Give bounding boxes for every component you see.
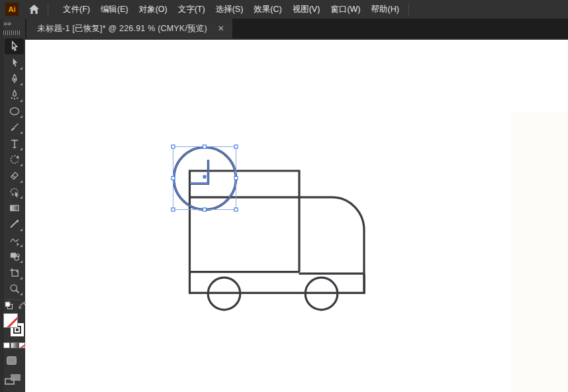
menu-edit[interactable]: 编辑(E) [95, 0, 134, 19]
selection-handle[interactable] [171, 208, 175, 211]
selection-center-anchor[interactable] [203, 175, 207, 179]
document-tab[interactable]: 未标题-1 [已恢复]* @ 226.91 % (CMYK/预览) ✕ [26, 19, 232, 38]
truck-drawing[interactable] [189, 171, 364, 310]
menu-view[interactable]: 视图(V) [287, 0, 326, 19]
selection-handle[interactable] [171, 145, 175, 148]
illustrator-window: Ai 文件(F) 编辑(E) 对象(O) 文字(T) 选择(S) 效果(C) 视… [0, 0, 568, 392]
menu-bar: Ai 文件(F) 编辑(E) 对象(O) 文字(T) 选择(S) 效果(C) 视… [0, 0, 568, 19]
menu-object[interactable]: 对象(O) [134, 0, 173, 19]
selection-handle[interactable] [234, 177, 238, 180]
home-icon[interactable] [24, 2, 44, 17]
tools-panel: » » [0, 19, 25, 392]
drawing-mode-icon[interactable] [7, 356, 17, 365]
selection-handle[interactable] [203, 145, 207, 148]
paint-style-buttons [0, 342, 25, 348]
ellipse-tool[interactable] [5, 103, 24, 119]
rotate-tool[interactable] [5, 152, 24, 168]
close-icon[interactable]: ✕ [218, 24, 224, 33]
none-swatch-button[interactable] [19, 342, 25, 348]
rotate-view-tool[interactable] [5, 184, 24, 200]
app-logo-icon[interactable]: Ai [5, 3, 19, 16]
menu-separator [48, 4, 48, 15]
artboard-tool[interactable] [5, 264, 24, 280]
curvature-tool[interactable] [5, 87, 24, 103]
color-swatch-button[interactable] [3, 342, 10, 348]
toolbar-separator [4, 299, 21, 300]
document-tab-bar: 未标题-1 [已恢复]* @ 226.91 % (CMYK/预览) ✕ [25, 19, 568, 40]
selection-handle[interactable] [234, 145, 238, 148]
menu-effect[interactable]: 效果(C) [248, 0, 287, 19]
menu-items: 文件(F) 编辑(E) 对象(O) 文字(T) 选择(S) 效果(C) 视图(V… [58, 0, 404, 19]
selection-tool[interactable] [5, 38, 24, 54]
selection-handle[interactable] [171, 177, 175, 180]
selection-handle[interactable] [203, 208, 207, 211]
gradient-swatch-button[interactable] [11, 342, 17, 348]
menu-select[interactable]: 选择(S) [211, 0, 249, 19]
fill-none-swatch[interactable] [3, 313, 18, 328]
menu-file[interactable]: 文件(F) [58, 0, 95, 19]
toolbar-grip-icon[interactable] [3, 30, 21, 35]
selection-handle[interactable] [234, 208, 238, 211]
default-fill-stroke-icon[interactable] [5, 301, 13, 313]
paintbrush-tool[interactable] [5, 119, 24, 135]
fill-stroke-controls [0, 313, 25, 340]
menu-separator [408, 4, 409, 15]
eraser-tool[interactable] [5, 168, 24, 183]
type-tool[interactable] [5, 135, 24, 151]
document-title: 未标题-1 [已恢复]* @ 226.91 % (CMYK/预览) [37, 23, 207, 34]
shape-builder-tool[interactable] [5, 248, 24, 264]
collapse-panel-icon[interactable]: » [3, 19, 6, 27]
artwork-layer [0, 0, 568, 392]
menu-window[interactable]: 窗口(W) [325, 0, 365, 19]
menu-help[interactable]: 帮助(H) [366, 0, 404, 19]
menu-type[interactable]: 文字(T) [173, 0, 211, 19]
pen-tool[interactable] [5, 71, 24, 87]
eyedropper-tool[interactable] [5, 216, 24, 232]
gradient-tool[interactable] [5, 200, 24, 216]
direct-selection-tool[interactable] [5, 54, 24, 70]
swap-fill-stroke-icon[interactable] [18, 301, 26, 313]
shaper-tool[interactable] [5, 232, 24, 248]
zoom-tool[interactable] [5, 281, 24, 297]
draw-mode-toggle-icon[interactable] [5, 374, 21, 385]
